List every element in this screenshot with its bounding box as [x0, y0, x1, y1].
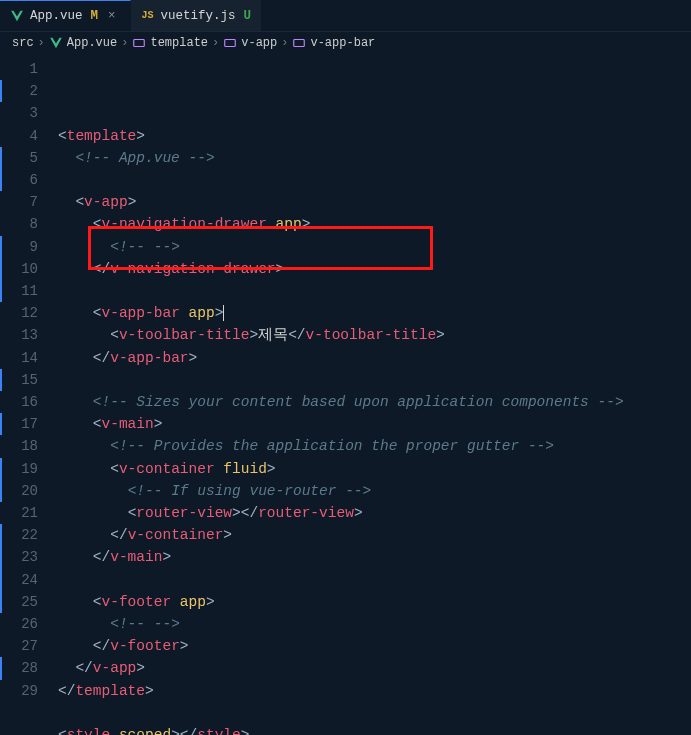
- line-number: 6: [0, 169, 40, 191]
- code-line[interactable]: <v-app>: [58, 191, 691, 213]
- code-line[interactable]: <!-- App.vue -->: [58, 147, 691, 169]
- line-number: 28: [0, 657, 40, 679]
- line-number: 2: [0, 80, 40, 102]
- breadcrumb-label: App.vue: [67, 36, 117, 50]
- text-cursor: [223, 305, 224, 321]
- code-line[interactable]: </v-app-bar>: [58, 347, 691, 369]
- line-number: 9: [0, 236, 40, 258]
- chevron-right-icon: ›: [212, 36, 219, 50]
- tab-label: vuetify.js: [161, 9, 236, 23]
- line-number: 15: [0, 369, 40, 391]
- line-number: 1: [0, 58, 40, 80]
- line-number: 16: [0, 391, 40, 413]
- line-number: 23: [0, 546, 40, 568]
- code-editor[interactable]: 1234567891011121314151617181920212223242…: [0, 54, 691, 735]
- chevron-right-icon: ›: [38, 36, 45, 50]
- code-line[interactable]: </v-navigation-drawer>: [58, 258, 691, 280]
- line-number: 24: [0, 569, 40, 591]
- breadcrumb-item[interactable]: src: [12, 36, 34, 50]
- breadcrumb-label: v-app: [241, 36, 277, 50]
- vue-icon: [49, 36, 63, 50]
- code-line[interactable]: <!-- -->: [58, 613, 691, 635]
- code-line[interactable]: [58, 569, 691, 591]
- code-line[interactable]: [58, 702, 691, 724]
- line-number: 5: [0, 147, 40, 169]
- tab-label: App.vue: [30, 9, 83, 23]
- tab-modified-indicator: M: [91, 9, 99, 23]
- line-number: 7: [0, 191, 40, 213]
- code-line[interactable]: [58, 169, 691, 191]
- breadcrumb-item[interactable]: v-app-bar: [292, 36, 375, 50]
- line-number: 20: [0, 480, 40, 502]
- line-number: 13: [0, 324, 40, 346]
- code-area[interactable]: <template> <!-- App.vue --> <v-app> <v-n…: [58, 54, 691, 735]
- line-number: 21: [0, 502, 40, 524]
- line-number: 12: [0, 302, 40, 324]
- code-line[interactable]: <v-container fluid>: [58, 458, 691, 480]
- tab-modified-indicator: U: [244, 9, 252, 23]
- code-line[interactable]: <!-- Sizes your content based upon appli…: [58, 391, 691, 413]
- line-number: 26: [0, 613, 40, 635]
- code-line[interactable]: [58, 369, 691, 391]
- block-icon: [223, 36, 237, 50]
- svg-rect-1: [225, 40, 236, 47]
- svg-rect-0: [134, 40, 145, 47]
- line-number: 17: [0, 413, 40, 435]
- code-line[interactable]: <template>: [58, 125, 691, 147]
- tabs-bar: App.vueM×JSvuetify.jsU: [0, 0, 691, 32]
- code-line[interactable]: [58, 280, 691, 302]
- line-number-gutter: 1234567891011121314151617181920212223242…: [0, 54, 58, 735]
- breadcrumb-label: template: [150, 36, 208, 50]
- svg-rect-2: [294, 40, 305, 47]
- line-number: 18: [0, 435, 40, 457]
- tab-App-vue[interactable]: App.vueM×: [0, 0, 131, 31]
- line-number: 4: [0, 125, 40, 147]
- line-number: 19: [0, 458, 40, 480]
- code-line[interactable]: <v-app-bar app>: [58, 302, 691, 324]
- code-line[interactable]: <v-toolbar-title>제목</v-toolbar-title>: [58, 324, 691, 346]
- breadcrumb: src›App.vue›template›v-app›v-app-bar: [0, 32, 691, 54]
- block-icon: [132, 36, 146, 50]
- chevron-right-icon: ›: [281, 36, 288, 50]
- code-line[interactable]: </v-footer>: [58, 635, 691, 657]
- line-number: 3: [0, 102, 40, 124]
- vue-icon: [10, 9, 24, 23]
- code-line[interactable]: <v-navigation-drawer app>: [58, 213, 691, 235]
- breadcrumb-item[interactable]: App.vue: [49, 36, 117, 50]
- breadcrumb-item[interactable]: template: [132, 36, 208, 50]
- line-number: 10: [0, 258, 40, 280]
- tab-vuetify-js[interactable]: JSvuetify.jsU: [131, 0, 263, 31]
- code-line[interactable]: </v-main>: [58, 546, 691, 568]
- line-number: 25: [0, 591, 40, 613]
- code-line[interactable]: <!-- If using vue-router -->: [58, 480, 691, 502]
- js-icon: JS: [141, 9, 155, 23]
- line-number: 8: [0, 213, 40, 235]
- code-line[interactable]: <!-- -->: [58, 236, 691, 258]
- breadcrumb-label: v-app-bar: [310, 36, 375, 50]
- code-line[interactable]: <!-- Provides the application the proper…: [58, 435, 691, 457]
- block-icon: [292, 36, 306, 50]
- code-line[interactable]: </v-container>: [58, 524, 691, 546]
- breadcrumb-item[interactable]: v-app: [223, 36, 277, 50]
- line-number: 14: [0, 347, 40, 369]
- code-line[interactable]: </v-app>: [58, 657, 691, 679]
- chevron-right-icon: ›: [121, 36, 128, 50]
- code-line[interactable]: <v-footer app>: [58, 591, 691, 613]
- line-number: 27: [0, 635, 40, 657]
- close-icon[interactable]: ×: [104, 9, 120, 23]
- code-line[interactable]: <v-main>: [58, 413, 691, 435]
- code-line[interactable]: <router-view></router-view>: [58, 502, 691, 524]
- line-number: 11: [0, 280, 40, 302]
- code-line[interactable]: </template>: [58, 680, 691, 702]
- code-line[interactable]: <style scoped></style>: [58, 724, 691, 735]
- breadcrumb-label: src: [12, 36, 34, 50]
- line-number: 29: [0, 680, 40, 702]
- line-number: 22: [0, 524, 40, 546]
